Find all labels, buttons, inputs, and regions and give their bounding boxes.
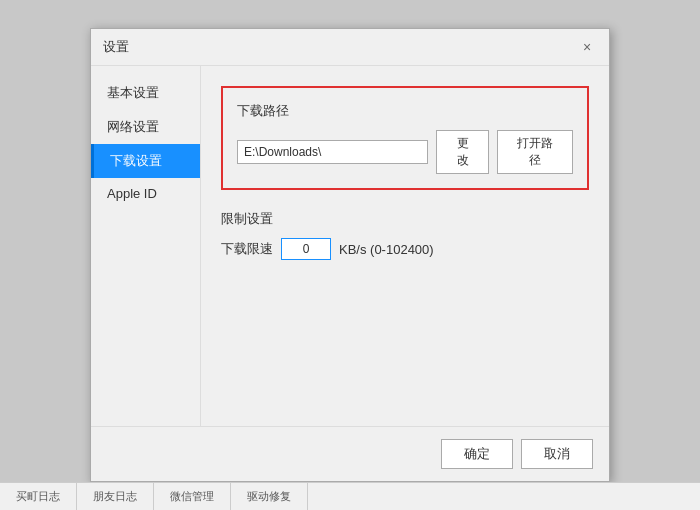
taskbar-item-1[interactable]: 买町日志	[0, 483, 77, 510]
dialog-title: 设置	[103, 38, 129, 56]
change-path-button[interactable]: 更改	[436, 130, 489, 174]
limit-row: 下载限速 KB/s (0-102400)	[221, 238, 589, 260]
cancel-button[interactable]: 取消	[521, 439, 593, 469]
close-button[interactable]: ×	[577, 37, 597, 57]
sidebar: 基本设置 网络设置 下载设置 Apple ID	[91, 66, 201, 426]
sidebar-item-basic[interactable]: 基本设置	[91, 76, 200, 110]
sidebar-item-appleid[interactable]: Apple ID	[91, 178, 200, 209]
download-path-row: 更改 打开路径	[237, 130, 573, 174]
download-path-input[interactable]	[237, 140, 428, 164]
limit-speed-input[interactable]	[281, 238, 331, 260]
taskbar: 买町日志 朋友日志 微信管理 驱动修复	[0, 482, 700, 510]
content-area: 下载路径 更改 打开路径 限制设置 下载限速 KB/s (0-102400)	[201, 66, 609, 426]
taskbar-item-2[interactable]: 朋友日志	[77, 483, 154, 510]
dialog-body: 基本设置 网络设置 下载设置 Apple ID 下载路径 更改 打开路径	[91, 66, 609, 426]
open-path-button[interactable]: 打开路径	[497, 130, 573, 174]
limit-speed-unit: KB/s (0-102400)	[339, 242, 434, 257]
dialog-footer: 确定 取消	[91, 426, 609, 481]
title-bar: 设置 ×	[91, 29, 609, 66]
download-path-label: 下载路径	[237, 102, 573, 120]
taskbar-item-4[interactable]: 驱动修复	[231, 483, 308, 510]
limit-speed-label: 下载限速	[221, 240, 273, 258]
download-path-section: 下载路径 更改 打开路径	[221, 86, 589, 190]
taskbar-item-3[interactable]: 微信管理	[154, 483, 231, 510]
sidebar-item-download[interactable]: 下载设置	[91, 144, 200, 178]
sidebar-item-network[interactable]: 网络设置	[91, 110, 200, 144]
settings-dialog: 设置 × 基本设置 网络设置 下载设置 Apple ID 下载路径 更改	[90, 28, 610, 482]
confirm-button[interactable]: 确定	[441, 439, 513, 469]
limit-section-label: 限制设置	[221, 210, 589, 228]
limit-section: 限制设置 下载限速 KB/s (0-102400)	[221, 210, 589, 260]
